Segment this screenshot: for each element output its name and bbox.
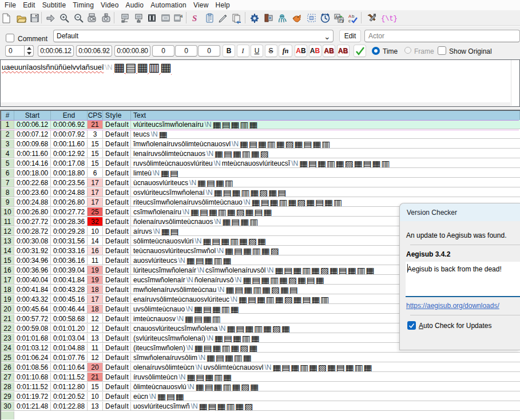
svg-text:c: c — [348, 18, 351, 23]
svg-text:b: b — [352, 14, 355, 19]
svg-text:4: 4 — [180, 14, 183, 19]
svg-text:S: S — [192, 14, 197, 23]
svg-text:Py: Py — [339, 18, 344, 23]
svg-text:{\t}: {\t} — [381, 15, 398, 23]
